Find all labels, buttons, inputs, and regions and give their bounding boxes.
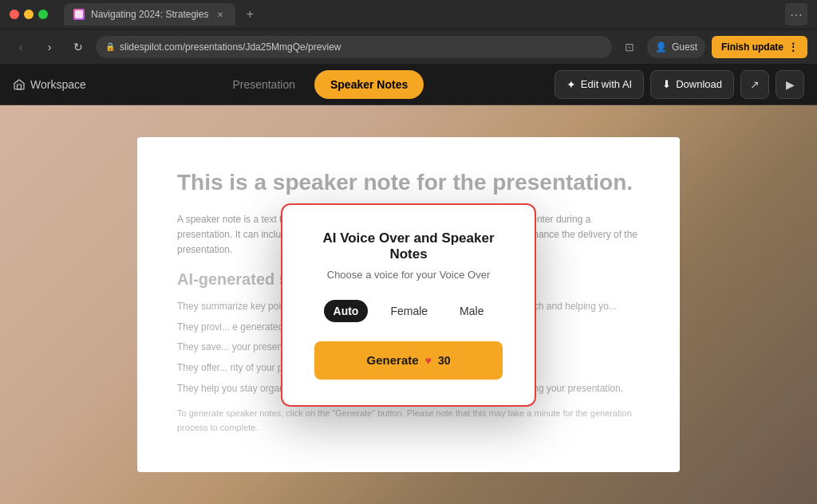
forward-button[interactable]: › [38, 36, 61, 58]
modal-overlay: AI Voice Over and Speaker Notes Choose a… [0, 105, 817, 504]
modal-subtitle: Choose a voice for your Voice Over [314, 269, 503, 281]
share-button[interactable]: ↗ [740, 70, 769, 99]
guest-icon: 👤 [655, 41, 667, 53]
close-button[interactable] [10, 10, 19, 19]
tab-close-button[interactable]: ✕ [215, 9, 226, 20]
guest-button[interactable]: 👤 Guest [647, 36, 705, 58]
download-button[interactable]: ⬇ Download [650, 70, 734, 99]
generate-label: Generate [367, 353, 419, 367]
sparkle-icon: ✦ [566, 78, 576, 91]
tab-speaker-notes[interactable]: Speaker Notes [314, 70, 424, 99]
generate-button[interactable]: Generate ♥ 30 [314, 341, 503, 380]
app-toolbar: Workspace Presentation Speaker Notes ✦ E… [0, 64, 817, 105]
traffic-lights [10, 10, 48, 19]
svg-rect-0 [75, 10, 83, 18]
heart-icon: ♥ [425, 354, 432, 367]
tab-title: Navigating 2024: Strategies [91, 9, 208, 20]
refresh-button[interactable]: ↻ [67, 36, 89, 58]
tab-favicon [73, 9, 85, 20]
voice-options: Auto Female Male [314, 300, 503, 322]
modal-dialog: AI Voice Over and Speaker Notes Choose a… [281, 203, 536, 407]
main-content: This is a speaker note for the presentat… [0, 105, 817, 504]
back-button[interactable]: ‹ [10, 36, 32, 58]
finish-update-button[interactable]: Finish update ⋮ [712, 36, 807, 58]
nav-bar: ‹ › ↻ 🔒 slidespilot.com/presentations/Jd… [0, 29, 817, 64]
maximize-button[interactable] [38, 10, 48, 19]
url-text: slidespilot.com/presentations/Jda25MmgQe… [120, 41, 341, 53]
minimize-button[interactable] [24, 10, 34, 19]
finish-update-label: Finish update [721, 41, 783, 53]
play-icon: ▶ [786, 78, 795, 91]
toolbar-tabs: Presentation Speaker Notes [216, 70, 424, 99]
edit-ai-button[interactable]: ✦ Edit with AI [555, 70, 644, 99]
workspace-label: Workspace [30, 78, 86, 91]
browser-tab[interactable]: Navigating 2024: Strategies ✕ [64, 3, 235, 26]
title-bar: Navigating 2024: Strategies ✕ + ⋯ [0, 0, 817, 29]
voice-option-male[interactable]: Male [450, 300, 493, 322]
download-label: Download [676, 78, 722, 90]
finish-update-menu-icon: ⋮ [788, 41, 798, 53]
new-tab-button[interactable]: + [239, 3, 261, 26]
play-button[interactable]: ▶ [776, 70, 804, 99]
home-icon [13, 78, 26, 91]
workspace-link[interactable]: Workspace [13, 78, 86, 91]
credit-count: 30 [438, 354, 451, 367]
tab-bar: Navigating 2024: Strategies ✕ + [64, 3, 779, 26]
voice-option-female[interactable]: Female [381, 300, 437, 322]
url-bar[interactable]: 🔒 slidespilot.com/presentations/Jda25Mmg… [96, 36, 612, 58]
share-icon: ↗ [750, 78, 760, 91]
edit-ai-label: Edit with AI [581, 78, 632, 90]
bookmark-button[interactable]: ⊡ [618, 36, 641, 58]
lock-icon: 🔒 [105, 42, 115, 51]
voice-option-auto[interactable]: Auto [324, 300, 369, 322]
tab-presentation[interactable]: Presentation [216, 70, 311, 99]
window-menu-button[interactable]: ⋯ [785, 3, 807, 26]
modal-title: AI Voice Over and Speaker Notes [314, 230, 503, 262]
svg-rect-1 [18, 85, 22, 89]
download-icon: ⬇ [662, 78, 671, 90]
guest-label: Guest [672, 41, 697, 53]
toolbar-right: ✦ Edit with AI ⬇ Download ↗ ▶ [555, 70, 804, 99]
